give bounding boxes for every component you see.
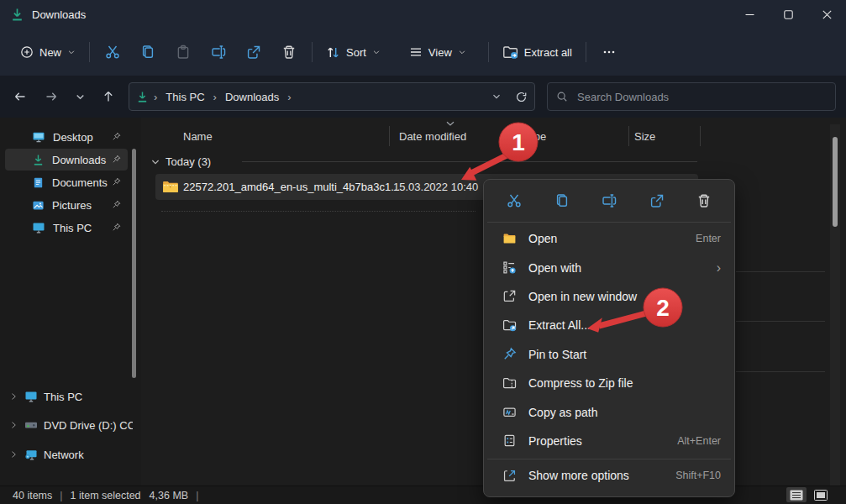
delete-button[interactable] <box>271 37 307 67</box>
menu-item-compress-to-zip[interactable]: Compress to Zip file <box>484 369 734 397</box>
paste-button[interactable] <box>166 37 201 67</box>
chevron-down-icon <box>458 48 466 56</box>
context-menu-icon-row <box>484 180 734 220</box>
group-collapse-chevron-icon[interactable] <box>150 157 160 167</box>
menu-item-copy-as-path[interactable]: Copy as path <box>484 397 734 426</box>
sidebar-item-downloads[interactable]: Downloads <box>5 149 128 171</box>
minimize-button[interactable] <box>730 0 769 29</box>
desktop-icon <box>32 130 45 144</box>
sort-button[interactable]: Sort <box>318 37 389 67</box>
tree-item-network[interactable]: Network <box>2 442 133 467</box>
submenu-chevron-icon: › <box>717 260 721 276</box>
refresh-icon[interactable] <box>515 91 528 103</box>
view-toggles <box>786 487 831 502</box>
chevron-right-icon[interactable] <box>8 391 18 402</box>
extract-all-button[interactable]: Extract all <box>494 37 581 67</box>
sidebar-item-documents[interactable]: Documents <box>5 171 128 193</box>
column-header-size[interactable]: Size <box>634 130 655 143</box>
chevron-down-icon <box>372 48 381 56</box>
view-lines-icon <box>409 45 423 59</box>
items-count: 40 items <box>13 490 52 501</box>
zip-folder-icon <box>162 180 179 194</box>
search-input[interactable] <box>575 90 827 104</box>
menu-item-open-with[interactable]: Open with › <box>484 253 734 281</box>
chevron-right-icon[interactable] <box>8 420 18 430</box>
downloads-app-icon <box>10 8 24 22</box>
close-button[interactable] <box>807 0 846 29</box>
up-button[interactable] <box>95 83 122 110</box>
menu-item-open[interactable]: Open Enter <box>484 224 734 253</box>
window-controls <box>730 0 846 29</box>
more-options-button[interactable] <box>591 37 627 67</box>
maximize-button[interactable] <box>769 0 807 29</box>
tree-item-this-pc[interactable]: This PC <box>2 384 133 409</box>
chevron-down-icon <box>67 48 76 56</box>
tree-item-dvd-drive[interactable]: DVD Drive (D:) CC <box>2 412 133 438</box>
sort-button-label: Sort <box>346 46 366 59</box>
delete-icon[interactable] <box>687 186 721 215</box>
network-icon <box>24 448 38 461</box>
pin-to-start-icon <box>502 347 517 361</box>
breadcrumb-separator: › <box>213 91 217 103</box>
new-button[interactable]: New <box>12 37 84 67</box>
new-button-label: New <box>39 46 61 59</box>
extract-folder-icon <box>502 45 518 60</box>
shortcut-label: Enter <box>696 233 721 244</box>
rename-icon[interactable] <box>592 186 626 215</box>
downloads-location-icon <box>136 91 149 103</box>
sidebar-item-this-pc[interactable]: This PC <box>5 217 128 239</box>
pin-icon <box>112 223 121 232</box>
rename-button[interactable] <box>201 37 236 67</box>
menu-item-properties[interactable]: Properties Alt+Enter <box>484 427 734 455</box>
search-box[interactable] <box>547 82 836 111</box>
details-view-button[interactable] <box>786 487 807 502</box>
cut-button[interactable] <box>95 37 130 67</box>
file-date-modified: 15.03.2022 10:40 <box>393 181 478 193</box>
forward-button[interactable] <box>38 83 65 110</box>
open-folder-icon <box>502 232 517 246</box>
file-name: 22572.201_amd64_en-us_multi_4b7ba3c1... <box>183 181 400 193</box>
group-header-today[interactable]: Today (3) <box>150 155 211 168</box>
group-label: Today (3) <box>166 155 211 168</box>
extract-all-label: Extract all <box>524 46 572 59</box>
copy-icon[interactable] <box>545 186 579 215</box>
address-bar[interactable]: › This PC › Downloads › <box>129 82 535 111</box>
copy-button[interactable] <box>130 37 166 67</box>
titlebar: Downloads <box>0 0 846 29</box>
menu-item-pin-to-start[interactable]: Pin to Start <box>484 340 734 369</box>
sidebar-item-pictures[interactable]: Pictures <box>5 194 128 216</box>
command-toolbar: New Sort View Extract all <box>0 29 846 76</box>
tree-item-label: Network <box>44 449 84 461</box>
breadcrumb-this-pc[interactable]: This PC <box>162 89 208 105</box>
address-dropdown-chevron-icon[interactable] <box>491 92 502 102</box>
properties-icon <box>502 433 517 448</box>
open-new-window-icon <box>502 289 517 303</box>
menu-item-extract-all[interactable]: Extract All... <box>484 311 734 339</box>
sort-arrows-icon <box>326 45 340 60</box>
list-scrollbar-thumb[interactable] <box>833 137 838 227</box>
sidebar-item-label: Downloads <box>52 154 106 166</box>
tree-item-label: DVD Drive (D:) CC <box>44 419 133 432</box>
cut-icon[interactable] <box>497 186 531 215</box>
share-button[interactable] <box>236 37 271 67</box>
back-button[interactable] <box>7 83 34 110</box>
chevron-right-icon[interactable] <box>8 449 18 459</box>
address-row: › This PC › Downloads › <box>0 76 846 118</box>
sidebar-item-label: Desktop <box>53 131 93 144</box>
share-icon[interactable] <box>640 186 674 215</box>
show-more-options-icon <box>502 469 517 483</box>
sidebar-scrollbar[interactable] <box>132 149 136 378</box>
large-icons-view-button[interactable] <box>811 487 831 502</box>
menu-item-open-in-new-window[interactable]: Open in new window <box>484 282 734 311</box>
column-header-name[interactable]: Name <box>183 130 213 143</box>
ellipsis-icon <box>602 45 616 59</box>
view-button[interactable]: View <box>401 37 475 67</box>
recent-locations-button[interactable] <box>66 83 93 110</box>
column-header-type[interactable]: Type <box>523 130 546 143</box>
menu-item-show-more-options[interactable]: Show more options Shift+F10 <box>484 461 734 490</box>
breadcrumb-downloads[interactable]: Downloads <box>222 89 282 105</box>
column-header-date-modified[interactable]: Date modified <box>399 130 466 143</box>
sidebar-item-label: Pictures <box>52 199 92 212</box>
downloads-icon <box>32 154 45 166</box>
sidebar-item-desktop[interactable]: Desktop <box>5 126 128 148</box>
